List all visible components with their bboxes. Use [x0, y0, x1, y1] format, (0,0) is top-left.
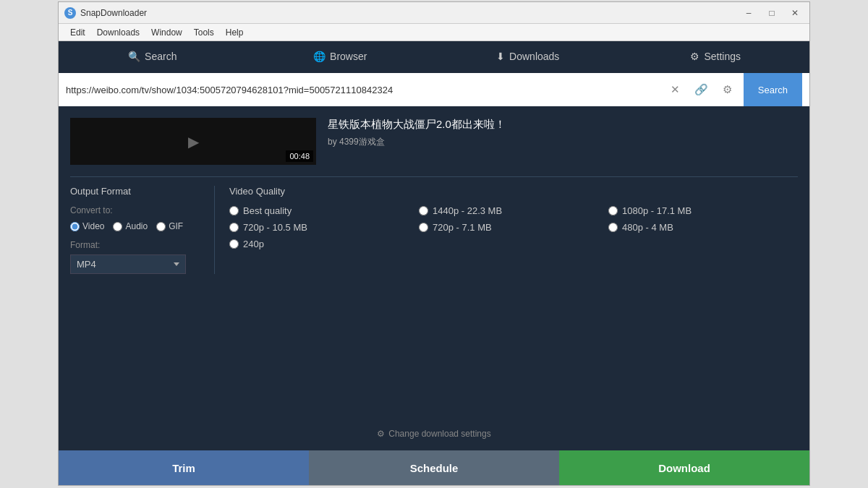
quality-720p-105[interactable]: 720p - 10.5 MB — [229, 222, 419, 233]
search-button[interactable]: Search — [744, 73, 802, 106]
menu-downloads[interactable]: Downloads — [91, 26, 145, 39]
settings-link-label: Change download settings — [388, 429, 490, 439]
change-download-settings-link[interactable]: ⚙ Change download settings — [70, 421, 798, 439]
video-title: 星铁版本植物大战僵尸2.0都出来啦！ — [328, 118, 798, 132]
search-tab-icon: 🔍 — [128, 51, 140, 62]
quality-1440p[interactable]: 1440p - 22.3 MB — [419, 205, 608, 216]
url-settings-icon[interactable]: ⚙ — [718, 80, 738, 100]
format-section: Output Format Convert to: Video Audio GI… — [70, 186, 215, 274]
quality-section: Video Quality Best quality 1440p - 22.3 … — [215, 186, 798, 274]
radio-video[interactable]: Video — [70, 221, 104, 231]
link-icon-button[interactable]: 🔗 — [692, 80, 712, 100]
tab-browser[interactable]: 🌐 Browser — [247, 41, 435, 73]
settings-gear-icon: ⚙ — [377, 429, 385, 439]
format-select-wrapper: MP4 MKV AVI MOV FLV MP3 AAC GIF — [70, 254, 200, 274]
video-meta: 星铁版本植物大战僵尸2.0都出来啦！ by 4399游戏盒 — [328, 118, 798, 148]
close-button[interactable]: ✕ — [786, 6, 804, 20]
nav-tabs: 🔍 Search 🌐 Browser ⬇ Downloads ⚙ Setting… — [59, 41, 809, 73]
quality-1080p[interactable]: 1080p - 17.1 MB — [608, 205, 798, 216]
tab-downloads[interactable]: ⬇ Downloads — [434, 41, 622, 73]
app-icon: S — [64, 7, 76, 19]
quality-240p[interactable]: 240p — [229, 239, 419, 249]
download-button[interactable]: Download — [559, 450, 809, 485]
video-author: by 4399游戏盒 — [328, 136, 798, 148]
clear-url-button[interactable]: ✕ — [665, 80, 686, 100]
browser-tab-label: Browser — [330, 51, 367, 62]
video-duration: 00:48 — [286, 150, 313, 162]
settings-tab-label: Settings — [704, 51, 741, 62]
menu-bar: Edit Downloads Window Tools Help — [59, 24, 809, 41]
output-format-label: Output Format — [70, 186, 200, 197]
quality-grid: Best quality 1440p - 22.3 MB 1080p - 17.… — [229, 205, 798, 249]
settings-tab-icon: ⚙ — [690, 51, 699, 62]
url-bar: ✕ 🔗 ⚙ Search — [59, 73, 809, 106]
downloads-tab-icon: ⬇ — [496, 51, 505, 62]
downloads-tab-label: Downloads — [509, 51, 559, 62]
title-bar: S SnapDownloader – □ ✕ — [59, 2, 809, 24]
url-input[interactable] — [66, 85, 660, 95]
bottom-buttons: Trim Schedule Download — [59, 450, 809, 485]
schedule-button[interactable]: Schedule — [309, 450, 559, 485]
format-label: Format: — [70, 240, 200, 250]
app-title: SnapDownloader — [80, 8, 740, 18]
radio-gif[interactable]: GIF — [156, 221, 183, 231]
main-content: ▶ 00:48 星铁版本植物大战僵尸2.0都出来啦！ by 4399游戏盒 Ou… — [59, 106, 809, 450]
quality-720p-71[interactable]: 720p - 7.1 MB — [419, 222, 608, 233]
tab-settings[interactable]: ⚙ Settings — [622, 41, 810, 73]
quality-best[interactable]: Best quality — [229, 205, 419, 216]
minimize-button[interactable]: – — [740, 6, 757, 20]
menu-edit[interactable]: Edit — [64, 26, 91, 39]
radio-audio[interactable]: Audio — [113, 221, 148, 231]
thumbnail-placeholder-icon: ▶ — [188, 133, 199, 150]
menu-tools[interactable]: Tools — [188, 26, 220, 39]
convert-to-label: Convert to: — [70, 205, 200, 215]
browser-tab-icon: 🌐 — [313, 51, 326, 62]
format-select[interactable]: MP4 MKV AVI MOV FLV MP3 AAC GIF — [70, 254, 186, 274]
search-tab-label: Search — [145, 51, 176, 62]
window-controls: – □ ✕ — [740, 6, 804, 20]
maximize-button[interactable]: □ — [763, 6, 780, 20]
video-thumbnail: ▶ 00:48 — [70, 118, 316, 165]
video-quality-label: Video Quality — [229, 186, 798, 197]
quality-480p[interactable]: 480p - 4 MB — [608, 222, 798, 233]
menu-window[interactable]: Window — [145, 26, 188, 39]
trim-button[interactable]: Trim — [59, 450, 309, 485]
tab-search[interactable]: 🔍 Search — [59, 41, 247, 73]
format-quality-section: Output Format Convert to: Video Audio GI… — [70, 176, 798, 274]
convert-radio-group: Video Audio GIF — [70, 221, 200, 231]
video-info: ▶ 00:48 星铁版本植物大战僵尸2.0都出来啦！ by 4399游戏盒 — [70, 118, 798, 165]
main-window: S SnapDownloader – □ ✕ Edit Downloads Wi… — [58, 1, 810, 486]
menu-help[interactable]: Help — [220, 26, 250, 39]
